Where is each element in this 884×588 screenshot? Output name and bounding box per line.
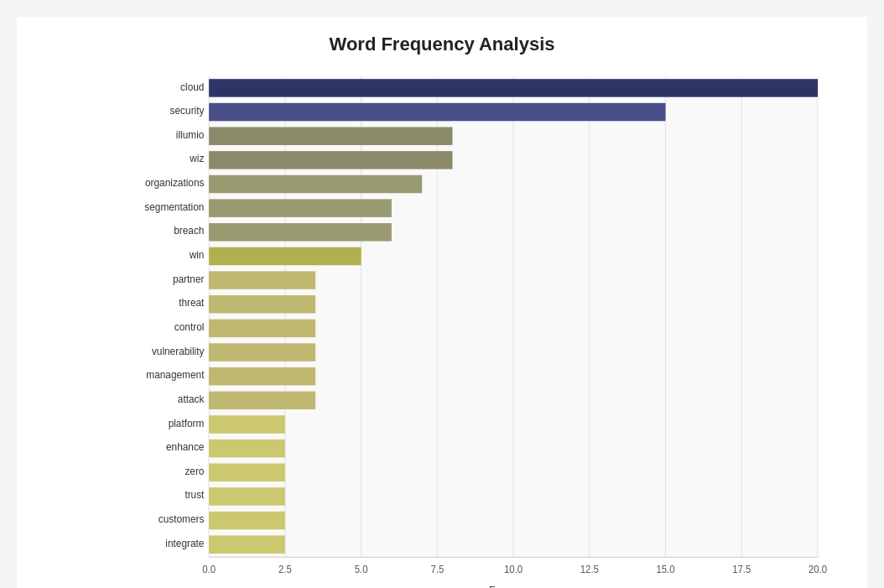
svg-rect-57 (209, 535, 285, 553)
svg-text:vulnerability: vulnerability (152, 345, 205, 357)
svg-rect-21 (209, 103, 665, 121)
svg-text:organizations: organizations (145, 177, 204, 190)
svg-text:7.5: 7.5 (430, 563, 444, 575)
svg-text:enhance: enhance (166, 441, 205, 454)
svg-rect-31 (209, 223, 392, 241)
svg-text:10.0: 10.0 (504, 563, 523, 575)
svg-rect-47 (209, 415, 285, 433)
svg-text:breach: breach (174, 225, 204, 237)
svg-text:15.0: 15.0 (656, 563, 674, 575)
svg-rect-19 (209, 79, 818, 96)
chart-svg: 0.02.55.07.510.012.515.017.520.0cloudsec… (117, 68, 834, 588)
svg-text:trust: trust (185, 489, 205, 502)
svg-rect-43 (209, 367, 315, 385)
svg-rect-53 (209, 487, 285, 505)
svg-text:2.5: 2.5 (278, 563, 292, 575)
svg-rect-27 (209, 175, 422, 193)
svg-rect-39 (209, 320, 315, 337)
chart-title: Word Frequency Analysis (50, 34, 834, 55)
svg-rect-33 (209, 247, 361, 265)
svg-text:customers: customers (159, 513, 205, 526)
svg-text:segmentation: segmentation (144, 200, 204, 213)
svg-text:threat: threat (179, 297, 205, 310)
svg-text:Frequency: Frequency (489, 583, 538, 588)
svg-rect-25 (209, 151, 452, 169)
svg-text:platform: platform (169, 417, 205, 429)
chart-container: Word Frequency Analysis 0.02.55.07.510.0… (17, 17, 867, 588)
svg-text:security: security (170, 105, 205, 117)
svg-text:win: win (189, 249, 205, 262)
svg-text:integrate: integrate (165, 537, 204, 549)
svg-text:attack: attack (178, 393, 205, 405)
svg-text:illumio: illumio (176, 128, 205, 141)
svg-text:wiz: wiz (189, 153, 204, 165)
svg-rect-49 (209, 440, 285, 457)
svg-text:control: control (174, 321, 205, 334)
svg-rect-45 (209, 392, 315, 409)
svg-text:zero: zero (185, 465, 204, 477)
svg-rect-23 (209, 127, 452, 144)
svg-text:0.0: 0.0 (202, 563, 216, 575)
svg-rect-37 (209, 295, 315, 313)
svg-rect-35 (209, 271, 315, 289)
svg-text:17.5: 17.5 (732, 563, 751, 575)
svg-text:cloud: cloud (180, 81, 204, 93)
svg-text:20.0: 20.0 (809, 563, 827, 575)
svg-rect-41 (209, 343, 315, 361)
svg-rect-51 (209, 464, 285, 481)
svg-text:partner: partner (173, 273, 205, 285)
svg-rect-29 (209, 199, 392, 216)
svg-text:12.5: 12.5 (580, 563, 599, 575)
svg-rect-55 (209, 512, 285, 529)
svg-text:5.0: 5.0 (355, 563, 368, 575)
svg-text:management: management (146, 369, 205, 382)
